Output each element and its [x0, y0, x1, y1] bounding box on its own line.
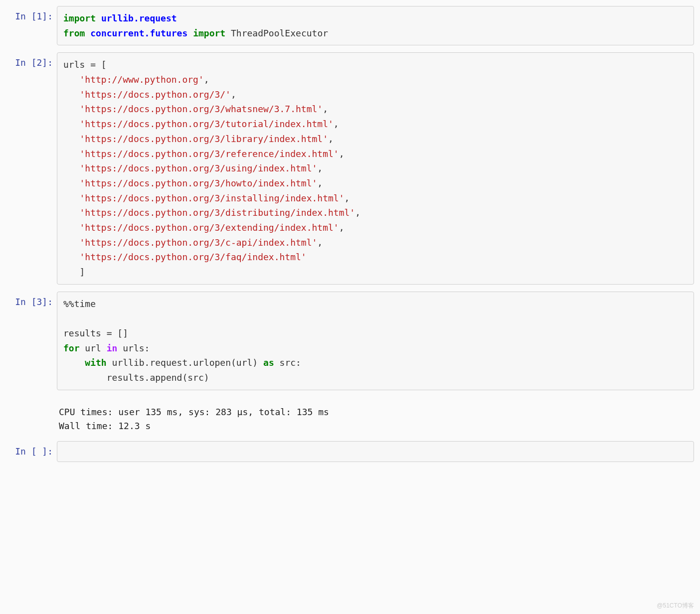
notebook-output-cell: CPU times: user 135 ms, sys: 283 µs, tot… — [6, 404, 694, 434]
stdout-output: CPU times: user 135 ms, sys: 283 µs, tot… — [57, 404, 694, 434]
notebook-cell: In [ ]: — [6, 441, 694, 462]
code-input[interactable]: urls = [ 'http://www.python.org', 'https… — [57, 52, 694, 284]
code-input[interactable] — [57, 441, 694, 462]
input-prompt: In [1]: — [6, 6, 57, 21]
notebook-cell: In [2]: urls = [ 'http://www.python.org'… — [6, 52, 694, 284]
input-prompt: In [ ]: — [6, 441, 57, 457]
code-input[interactable]: import urllib.request from concurrent.fu… — [57, 6, 694, 45]
input-prompt: In [2]: — [6, 52, 57, 68]
input-prompt: In [3]: — [6, 292, 57, 307]
notebook-cell: In [1]: import urllib.request from concu… — [6, 6, 694, 45]
notebook-cell: In [3]: %%time results = [] for url in u… — [6, 292, 694, 390]
output-prompt — [6, 404, 57, 409]
code-input[interactable]: %%time results = [] for url in urls: wit… — [57, 292, 694, 390]
